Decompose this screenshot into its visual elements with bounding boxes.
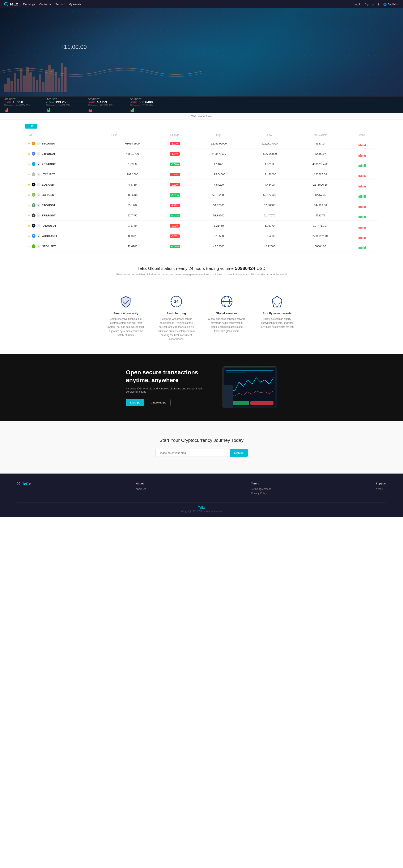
cell-pair[interactable]: ★ N U NEO/USDT [25, 241, 109, 251]
favorite-star[interactable]: ★ [28, 152, 30, 155]
app-buttons: IOS App Android App [126, 399, 206, 406]
cell-low: 51.47670 [244, 210, 295, 221]
footer-email-link[interactable]: e-mail [376, 488, 386, 491]
signup-section: Start Your Cryptocurrency Journey Today … [0, 421, 403, 473]
footer-terms-agreement-link[interactable]: Terms agreement [251, 488, 270, 491]
nav-exchange[interactable]: Exchange [23, 3, 35, 6]
cell-low: 1.07012 [244, 159, 295, 169]
favorite-star[interactable]: ★ [28, 142, 30, 145]
cell-pair[interactable]: ★ T U TRB/USDT [25, 210, 109, 221]
table-row[interactable]: ★ E U EOS/USDT 4.4759 -0.52% 4.54200 4.4… [25, 180, 378, 190]
table-row[interactable]: ★ W U WICC/USDT 0.1071 -0.06% 0.15500 0.… [25, 231, 378, 241]
footer-bottom: TeEx ©Copyright 2021 TeEx all rights res… [17, 502, 386, 513]
favorite-star[interactable]: ★ [28, 204, 30, 207]
favorite-star[interactable]: ★ [28, 224, 30, 227]
cell-low: 191.56000 [244, 169, 295, 180]
usdt-tab[interactable]: USDT [25, 124, 37, 129]
cell-change: -0.51% [156, 169, 193, 180]
cell-high: 4409.71000 [194, 149, 244, 159]
nav-second[interactable]: Second [55, 3, 64, 6]
hero-section: +11,00.00 [0, 8, 403, 96]
cell-pair[interactable]: ★ I U IOTA/USDT [25, 221, 109, 231]
favorite-star[interactable]: ★ [28, 193, 30, 196]
login-link[interactable]: Log in [354, 3, 361, 6]
cell-change: -2.02% [156, 221, 193, 231]
table-row[interactable]: ★ N U NEO/USDT 42.6700 +0.78% 43.32000 4… [25, 241, 378, 251]
cell-price: 4.4759 [109, 180, 156, 190]
navbar-right: Log in Sign up 🖨 🌐 English ▾ [354, 3, 399, 6]
favorite-star[interactable]: ★ [28, 234, 30, 238]
stats-section: TeEx Global station, nearly 24 hours tra… [0, 256, 403, 288]
table-row[interactable]: ★ X U XRP/USDT 1.0958 +1.58% 1.11671 1.0… [25, 159, 378, 169]
ticker-bar: XRP/USDT -1.94% 1.0958 24H quantity 4390… [0, 96, 403, 113]
signup-button[interactable]: Sign up [230, 449, 248, 457]
col-header-volume: 24H Volume [295, 132, 346, 138]
footer-bottom-logo: TeEx [17, 506, 386, 509]
favorite-star[interactable]: ★ [28, 214, 30, 217]
signup-link[interactable]: Sign up [365, 3, 374, 6]
cell-pair[interactable]: ★ E U ETH/USDT [25, 149, 109, 159]
features-section: Financial security Comprehensive financi… [0, 288, 403, 354]
cell-pair[interactable]: ★ L U LTC/USDT [25, 169, 109, 180]
pair-name: LTC/USDT [42, 173, 55, 176]
feature-title-global: Global services [208, 312, 246, 315]
cell-pair[interactable]: ★ B U BTC/USDT [25, 138, 109, 149]
nav-contracts[interactable]: Contracts [39, 3, 51, 6]
table-row[interactable]: ★ I U IOTA/USDT 1.1749 -2.02% 1.21450 1.… [25, 221, 378, 231]
usdt-icon: U [37, 162, 40, 166]
cell-low: 4.43400 [244, 180, 295, 190]
pair-name: IOTA/USDT [42, 224, 56, 227]
footer-about-link[interactable]: about Us [136, 488, 146, 491]
usdt-icon: U [37, 234, 40, 238]
android-app-button[interactable]: Android App [147, 399, 171, 406]
favorite-star[interactable]: ★ [28, 183, 30, 186]
feature-select-assets: Strictly select assets Strictly select h… [258, 295, 296, 341]
cell-low: 42.22000 [244, 241, 295, 251]
ticker-item-0[interactable]: XRP/USDT -1.94% 1.0958 24H quantity 4390… [0, 97, 42, 113]
footer-privacy-link[interactable]: Privacy Policy [251, 492, 270, 495]
table-row[interactable]: ★ E U ETH/USDT 4352.9700 -1.94% 4409.710… [25, 149, 378, 159]
language-selector[interactable]: 🌐 English ▾ [383, 3, 399, 6]
table-row[interactable]: ★ L U LTC/USDT 193.2500 -0.51% 195.64000… [25, 169, 378, 180]
table-row[interactable]: ★ E U ETC/USDT 53.1707 -1.19% 54.07300 5… [25, 200, 378, 210]
favorite-star[interactable]: ★ [28, 162, 30, 166]
favorite-star[interactable]: ★ [28, 245, 30, 248]
ticker-item-1[interactable]: LTC/USDT +1.58% 193.2500 24H quantity 12… [42, 97, 84, 113]
cell-volume: 12767.35 [295, 190, 346, 200]
feature-financial-security: Financial security Comprehensive financi… [107, 295, 145, 341]
cell-low: 0.15200 [244, 231, 295, 241]
favorite-star[interactable]: ★ [28, 173, 30, 176]
cell-price: 0.1071 [109, 231, 156, 241]
diamond-icon [270, 295, 284, 308]
cell-pair[interactable]: ★ E U EOS/USDT [25, 180, 109, 190]
table-row[interactable]: ★ B U BTC/USDT 61614.6900 -1.07% 62051.9… [25, 138, 378, 149]
app-text: Open secure transactions anytime, anywhe… [126, 369, 206, 406]
cell-volume: 5532.77 [295, 210, 346, 221]
ticker-item-2[interactable]: EOS/USDT -0.87% 4.4759 24H quantity 2876… [84, 97, 126, 113]
table-row[interactable]: ★ B U BCH/USDT 600.6400 +1.91% 601.02000… [25, 190, 378, 200]
feature-title-security: Financial security [107, 312, 145, 315]
table-row[interactable]: ★ T U TRB/USDT 52.7450 +0.13% 53.89500 5… [25, 210, 378, 221]
ticker-item-3[interactable]: BCH/USDT -0.52% 600.6400 24H quantity 12… [126, 97, 168, 113]
pair-name: EOS/USDT [42, 183, 56, 186]
cell-trend [346, 190, 378, 200]
cell-pair[interactable]: ★ B U BCH/USDT [25, 190, 109, 200]
cell-low: 61227.07000 [244, 138, 295, 149]
cell-price: 61614.6900 [109, 138, 156, 149]
globe-icon [220, 295, 233, 308]
logo[interactable]: T TeEx [4, 2, 18, 6]
cell-pair[interactable]: ★ X U XRP/USDT [25, 159, 109, 169]
svg-text:T: T [18, 483, 19, 485]
market-section: USDT Pair Price Change High Low 24H Volu… [0, 120, 403, 256]
cell-pair[interactable]: ★ W U WICC/USDT [25, 231, 109, 241]
cell-change: -0.52% [156, 180, 193, 190]
cell-price: 52.7450 [109, 210, 156, 221]
usdt-icon: U [37, 203, 40, 207]
cell-pair[interactable]: ★ E U ETC/USDT [25, 200, 109, 210]
cell-high: 195.64000 [194, 169, 244, 180]
nav-myassets[interactable]: My Assets [69, 3, 81, 6]
cell-volume: 2376526.16 [295, 180, 346, 190]
stats-title: TeEx Global station, nearly 24 hours tra… [4, 266, 399, 271]
email-input[interactable] [155, 449, 230, 457]
ios-app-button[interactable]: IOS App [126, 399, 144, 406]
